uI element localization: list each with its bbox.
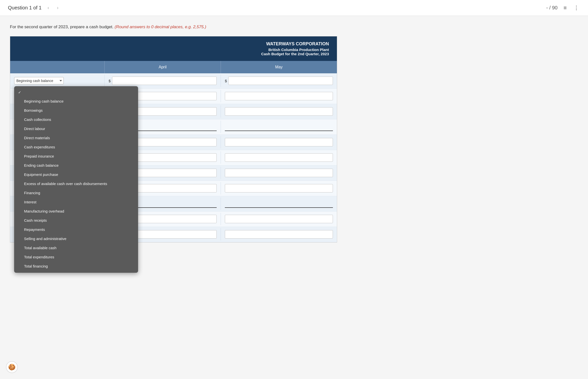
row-value-may-10 xyxy=(221,213,337,225)
may-input-6[interactable] xyxy=(225,153,333,162)
question-text: For the second quarter of 2023, prepare … xyxy=(10,24,578,30)
may-input-4[interactable] xyxy=(225,123,333,131)
dropdown-item-beginning-cash-balance[interactable]: Beginning cash balance xyxy=(14,97,138,106)
table-body: ✓ Beginning cash balance Borrowings Cash… xyxy=(10,73,337,242)
row-label-dropdown[interactable]: ✓ Beginning cash balance Borrowings Cash… xyxy=(14,86,138,273)
dropdown-item-borrowings[interactable]: Borrowings xyxy=(14,106,138,115)
may-input-5[interactable] xyxy=(225,138,333,146)
may-input-9[interactable] xyxy=(225,199,333,208)
cash-budget-table: WATERWAYS CORPORATION British Columbia P… xyxy=(10,36,337,243)
may-input-11[interactable] xyxy=(225,230,333,239)
col-header-april: April xyxy=(104,61,221,73)
row-value-may-4 xyxy=(221,121,337,133)
row-value-may-3 xyxy=(221,105,337,118)
row-value-may-7 xyxy=(221,167,337,179)
nav-left: Question 1 of 1 ‹ › xyxy=(8,4,60,11)
dropdown-item-equipment-purchase[interactable]: Equipment purchase xyxy=(14,170,138,179)
dropdown-item-direct-materials[interactable]: Direct materials xyxy=(14,133,138,142)
nav-right: - / 90 ≡ ⋮ xyxy=(546,4,580,12)
dropdown-item-excess-available[interactable]: Excess of available cash over cash disbu… xyxy=(14,179,138,188)
row-value-may-8 xyxy=(221,182,337,194)
dropdown-item-interest[interactable]: Interest xyxy=(14,197,138,207)
dropdown-item-cash-expenditures[interactable]: Cash expenditures xyxy=(14,142,138,152)
may-input-10[interactable] xyxy=(225,215,333,223)
question-rounding-note: (Round answers to 0 decimal places, e.g.… xyxy=(115,25,206,29)
top-navigation: Question 1 of 1 ‹ › - / 90 ≡ ⋮ xyxy=(0,0,588,16)
main-content: For the second quarter of 2023, prepare … xyxy=(0,16,588,379)
row-value-may-9 xyxy=(221,197,337,210)
row-label-cell-1: Beginning cash balance xyxy=(10,74,104,87)
dollar-sign-april-1: $ xyxy=(109,79,111,83)
question-text-main: For the second quarter of 2023, prepare … xyxy=(10,25,114,29)
row-value-may-1: $ xyxy=(221,75,337,87)
dropdown-checkmark: ✓ xyxy=(14,88,138,97)
corp-name: WATERWAYS CORPORATION xyxy=(16,41,329,47)
row-value-may-6 xyxy=(221,151,337,164)
dropdown-item-prepaid-insurance[interactable]: Prepaid insurance xyxy=(14,152,138,161)
column-headers: April May xyxy=(10,61,337,73)
list-view-button[interactable]: ≡ xyxy=(562,4,568,12)
dropdown-item-total-available-cash[interactable]: Total available cash xyxy=(14,243,138,252)
dollar-sign-may-1: $ xyxy=(225,79,227,83)
more-options-button[interactable]: ⋮ xyxy=(573,4,580,12)
row-value-may-2 xyxy=(221,90,337,102)
dropdown-item-direct-labour[interactable]: Direct labour xyxy=(14,124,138,133)
dropdown-item-cash-receipts[interactable]: Cash receipts xyxy=(14,216,138,225)
col-header-empty xyxy=(10,61,104,73)
corp-period: Cash Budget for the 2nd Quarter, 2023 xyxy=(16,52,329,56)
may-input-3[interactable] xyxy=(225,107,333,116)
dropdown-item-selling-administrative[interactable]: Selling and administrative xyxy=(14,234,138,243)
cookie-button[interactable]: 🍪 xyxy=(6,361,18,373)
dropdown-item-financing[interactable]: Financing xyxy=(14,188,138,197)
may-input-2[interactable] xyxy=(225,92,333,100)
dropdown-item-total-expenditures[interactable]: Total expenditures xyxy=(14,252,138,262)
may-input-8[interactable] xyxy=(225,184,333,192)
may-input-1[interactable] xyxy=(228,77,333,85)
may-input-7[interactable] xyxy=(225,169,333,177)
corp-subtitle: British Columbia Production Plant xyxy=(16,48,329,52)
question-title: Question 1 of 1 xyxy=(8,5,42,11)
dropdown-item-total-financing[interactable]: Total financing xyxy=(14,262,138,271)
col-header-may: May xyxy=(221,61,337,73)
dropdown-item-manufacturing-overhead[interactable]: Manufacturing overhead xyxy=(14,207,138,216)
row-value-may-5 xyxy=(221,136,337,148)
next-question-button[interactable]: › xyxy=(55,4,60,11)
dropdown-item-cash-collections[interactable]: Cash collections xyxy=(14,115,138,124)
table-header: WATERWAYS CORPORATION British Columbia P… xyxy=(10,36,337,61)
row-value-may-11 xyxy=(221,228,337,241)
cookie-icon: 🍪 xyxy=(8,364,16,371)
score-display: - / 90 xyxy=(546,5,558,11)
dropdown-item-repayments[interactable]: Repayments xyxy=(14,225,138,234)
row-label-select-1[interactable]: Beginning cash balance xyxy=(14,77,64,84)
prev-question-button[interactable]: ‹ xyxy=(46,4,51,11)
dropdown-item-ending-cash-balance[interactable]: Ending cash balance xyxy=(14,161,138,170)
april-input-1[interactable] xyxy=(112,77,217,85)
row-value-april-1: $ xyxy=(104,75,221,87)
